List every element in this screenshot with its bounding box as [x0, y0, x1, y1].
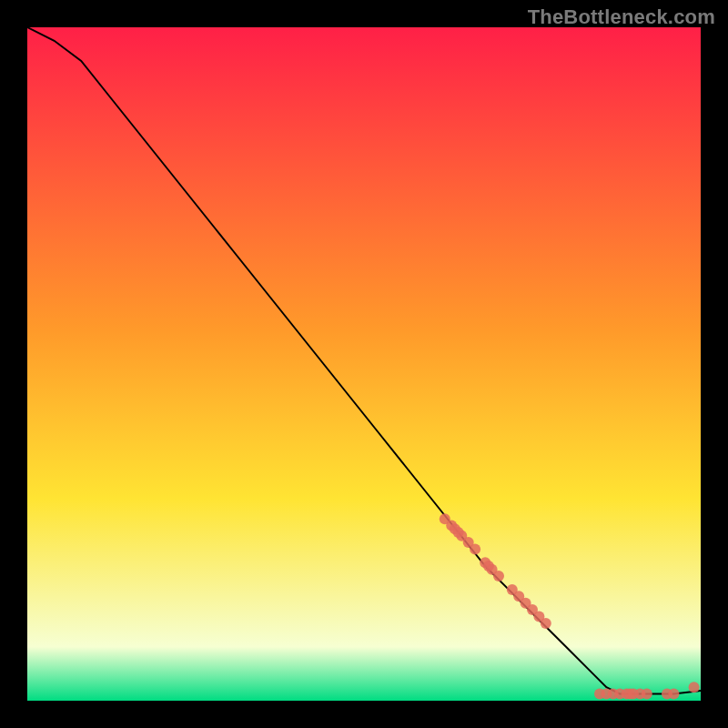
- marker-point: [642, 689, 652, 700]
- gradient-backdrop: [27, 27, 701, 701]
- chart-canvas: [27, 27, 701, 701]
- marker-point: [493, 571, 504, 581]
- marker-point: [668, 689, 679, 700]
- chart-frame: TheBottleneck.com: [0, 0, 728, 728]
- marker-point: [470, 544, 480, 555]
- plot-area: [27, 27, 701, 701]
- marker-point: [689, 682, 700, 693]
- watermark-text: TheBottleneck.com: [528, 5, 715, 29]
- marker-point: [541, 618, 551, 629]
